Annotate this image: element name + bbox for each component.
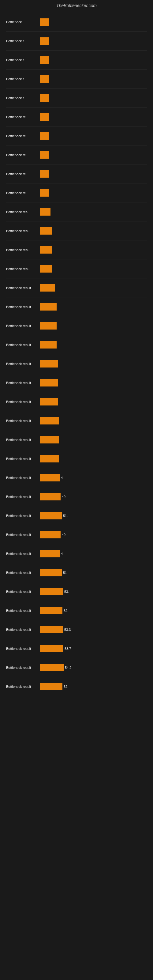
bar-row: Bottleneck r <box>6 51 147 70</box>
bar-row: Bottleneck result4 <box>6 468 147 487</box>
bar-label: Bottleneck re <box>6 115 40 119</box>
bar-label: Bottleneck result <box>6 438 40 442</box>
bar-label: Bottleneck re <box>6 134 40 138</box>
bar-label: Bottleneck result <box>6 666 40 670</box>
bar-row: Bottleneck <box>6 13 147 32</box>
bar-container: 52. <box>40 682 147 691</box>
bar-fill <box>40 246 52 254</box>
bar-container <box>40 170 147 178</box>
bar-row: Bottleneck result <box>6 430 147 449</box>
bar-label: Bottleneck resu <box>6 248 40 252</box>
bar-label: Bottleneck result <box>6 400 40 404</box>
bar-fill <box>40 284 55 291</box>
bar-value: 53.3 <box>64 628 71 632</box>
bar-fill <box>40 569 62 576</box>
bar-label: Bottleneck result <box>6 533 40 536</box>
bar-fill <box>40 436 59 444</box>
bar-label: Bottleneck result <box>6 457 40 461</box>
bar-container: 54.2 <box>40 663 147 672</box>
bar-container <box>40 56 147 64</box>
bar-value: 52. <box>64 685 68 689</box>
bar-row: Bottleneck result <box>6 335 147 354</box>
bar-row: Bottleneck result51. <box>6 506 147 525</box>
site-title: TheBottlenecker.com <box>0 0 153 10</box>
bar-container <box>40 113 147 121</box>
bar-label: Bottleneck result <box>6 381 40 385</box>
bar-label: Bottleneck re <box>6 153 40 157</box>
bar-label: Bottleneck re <box>6 172 40 176</box>
bar-fill <box>40 379 58 387</box>
bar-container <box>40 360 147 368</box>
bar-fill <box>40 531 61 538</box>
bar-container <box>40 321 147 330</box>
bar-fill <box>40 189 49 197</box>
bar-fill <box>40 626 63 633</box>
bar-row: Bottleneck result <box>6 449 147 468</box>
bar-container <box>40 189 147 197</box>
bar-label: Bottleneck result <box>6 305 40 309</box>
bar-container: 51. <box>40 511 147 520</box>
bar-container <box>40 151 147 159</box>
bar-container <box>40 398 147 406</box>
bar-fill <box>40 683 62 690</box>
bar-label: Bottleneck resu <box>6 229 40 233</box>
bar-fill <box>40 398 58 406</box>
bar-row: Bottleneck re <box>6 145 147 164</box>
bar-label: Bottleneck resu <box>6 267 40 271</box>
bar-value: 4 <box>61 552 63 555</box>
bar-container <box>40 436 147 444</box>
bar-fill <box>40 227 52 235</box>
bar-row: Bottleneck result51 <box>6 563 147 582</box>
bar-label: Bottleneck result <box>6 286 40 290</box>
bar-row: Bottleneck result53.3 <box>6 620 147 639</box>
bar-row: Bottleneck re <box>6 126 147 145</box>
bar-fill <box>40 607 62 614</box>
bar-label: Bottleneck result <box>6 419 40 423</box>
bar-container <box>40 302 147 311</box>
bar-row: Bottleneck result49 <box>6 487 147 506</box>
bar-fill <box>40 170 49 178</box>
bar-row: Bottleneck r <box>6 89 147 108</box>
bar-row: Bottleneck resu <box>6 259 147 278</box>
bar-fill <box>40 645 63 652</box>
bar-fill <box>40 75 49 83</box>
bar-row: Bottleneck re <box>6 108 147 126</box>
bar-fill <box>40 588 63 595</box>
bar-row: Bottleneck r <box>6 32 147 51</box>
bar-container <box>40 208 147 216</box>
header: TheBottlenecker.com <box>0 0 153 10</box>
bar-row: Bottleneck result <box>6 411 147 430</box>
bar-row: Bottleneck re <box>6 164 147 183</box>
bar-value: 52. <box>64 609 68 612</box>
bar-label: Bottleneck res <box>6 210 40 214</box>
bar-fill <box>40 94 49 102</box>
bar-row: Bottleneck result <box>6 298 147 317</box>
bar-fill <box>40 132 49 140</box>
bar-row: Bottleneck result <box>6 354 147 373</box>
bar-fill <box>40 303 57 310</box>
bar-label: Bottleneck result <box>6 647 40 651</box>
bar-container: 53.7 <box>40 644 147 653</box>
bar-fill <box>40 56 49 64</box>
bar-label: Bottleneck result <box>6 324 40 328</box>
bar-container: 4 <box>40 549 147 558</box>
bar-label: Bottleneck r <box>6 39 40 43</box>
bar-container: 53.3 <box>40 625 147 634</box>
bar-fill <box>40 18 49 26</box>
bar-fill <box>40 550 60 557</box>
bar-value: 54.2 <box>65 666 71 670</box>
bar-container <box>40 18 147 26</box>
bar-fill <box>40 664 64 671</box>
bar-container: 53. <box>40 587 147 596</box>
bar-row: Bottleneck result <box>6 392 147 411</box>
bar-row: Bottleneck result52. <box>6 601 147 620</box>
bar-row: Bottleneck r <box>6 70 147 89</box>
bar-label: Bottleneck r <box>6 96 40 100</box>
bar-container <box>40 283 147 292</box>
bar-fill <box>40 474 60 481</box>
bar-container: 4 <box>40 474 147 482</box>
bar-label: Bottleneck result <box>6 476 40 480</box>
bar-fill <box>40 151 49 159</box>
bar-container: 51 <box>40 568 147 577</box>
bar-value: 53. <box>64 590 69 593</box>
